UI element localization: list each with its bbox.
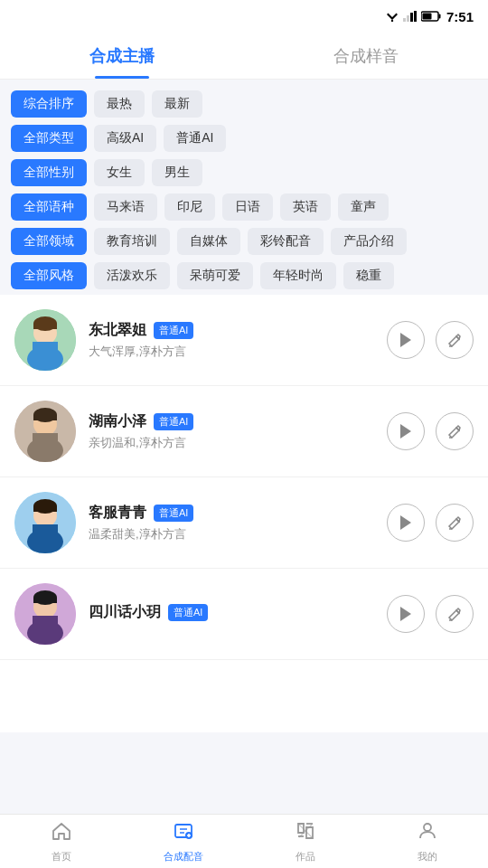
svg-rect-5 (414, 11, 417, 22)
item-name-2: 湖南小泽 (89, 412, 146, 431)
edit-icon-3 (447, 515, 462, 530)
play-button-3[interactable] (387, 504, 425, 542)
item-name-row-2: 湖南小泽 普通AI (89, 412, 374, 431)
filter-gender-all[interactable]: 全部性别 (11, 159, 87, 186)
bottom-nav: 首页 合成配音 作品 (0, 814, 488, 868)
filter-tag-media[interactable]: 自媒体 (177, 228, 240, 255)
svg-rect-3 (407, 15, 409, 22)
nav-item-works[interactable]: 作品 (244, 815, 366, 868)
filter-tag-new[interactable]: 最新 (152, 90, 202, 118)
edit-icon-4 (447, 607, 462, 621)
filter-domain-tags: 教育培训 自媒体 彩铃配音 产品介绍 (94, 228, 407, 255)
filter-tag-male[interactable]: 男生 (152, 159, 202, 186)
svg-point-51 (424, 824, 431, 831)
tab-sample[interactable]: 合成样音 (244, 33, 488, 79)
list-item: 湖南小泽 普通AI 亲切温和,淳朴方言 (0, 386, 488, 477)
item-info-2: 湖南小泽 普通AI 亲切温和,淳朴方言 (89, 412, 374, 451)
list-item: 东北翠姐 普通AI 大气浑厚,淳朴方言 (0, 295, 488, 386)
filter-tag-hot[interactable]: 最热 (94, 90, 145, 118)
filter-row-type: 全部类型 高级AI 普通AI (11, 125, 477, 152)
item-badge-2: 普通AI (154, 413, 193, 430)
edit-button-1[interactable] (436, 321, 474, 359)
svg-rect-36 (33, 616, 58, 630)
play-button-2[interactable] (387, 412, 425, 450)
play-button-4[interactable] (387, 595, 425, 633)
filter-tag-indonesia[interactable]: 印尼 (164, 193, 215, 221)
filter-tag-cute[interactable]: 呆萌可爱 (177, 262, 253, 289)
edit-button-2[interactable] (436, 412, 474, 450)
item-name-3: 客服青青 (89, 504, 146, 523)
nav-item-home[interactable]: 首页 (0, 815, 122, 868)
svg-marker-23 (400, 424, 411, 439)
play-icon-1 (399, 332, 413, 348)
filter-sort-all[interactable]: 综合排序 (11, 90, 87, 118)
play-icon-2 (399, 423, 413, 439)
filter-row-sort: 综合排序 最热 最新 (11, 90, 477, 118)
filter-type-all[interactable]: 全部类型 (11, 125, 87, 152)
svg-rect-38 (33, 598, 57, 603)
filter-tag-steady[interactable]: 稳重 (343, 262, 394, 289)
battery-icon (421, 11, 441, 22)
play-icon-3 (399, 514, 413, 531)
filter-domain-all[interactable]: 全部领域 (11, 228, 87, 255)
list-item: 四川话小玥 普通AI (0, 569, 488, 660)
svg-marker-0 (387, 14, 398, 21)
filter-tag-lively[interactable]: 活泼欢乐 (94, 262, 170, 289)
svg-rect-30 (33, 506, 57, 512)
svg-marker-39 (400, 607, 411, 621)
filter-tag-education[interactable]: 教育培训 (94, 228, 170, 255)
nav-item-mine[interactable]: 我的 (366, 815, 488, 868)
edit-button-4[interactable] (436, 595, 474, 633)
avatar-img-2 (14, 401, 76, 462)
filter-lang-all[interactable]: 全部语种 (11, 193, 87, 221)
tab-anchor[interactable]: 合成主播 (0, 33, 244, 79)
nav-label-mine: 我的 (418, 850, 437, 863)
svg-rect-2 (403, 18, 406, 22)
filter-tag-normal-ai[interactable]: 普通AI (164, 125, 226, 152)
edit-button-3[interactable] (436, 504, 474, 542)
item-actions-2 (387, 412, 474, 450)
filter-tag-malay[interactable]: 马来语 (94, 193, 157, 221)
svg-rect-7 (438, 14, 440, 19)
svg-rect-22 (33, 415, 57, 420)
svg-rect-12 (33, 342, 58, 356)
filter-tag-english[interactable]: 英语 (280, 193, 331, 221)
item-desc-1: 大气浑厚,淳朴方言 (89, 344, 374, 360)
item-name-row-3: 客服青青 普通AI (89, 504, 374, 523)
filter-row-domain: 全部领域 教育培训 自媒体 彩铃配音 产品介绍 (11, 228, 477, 255)
filter-tag-japanese[interactable]: 日语 (222, 193, 273, 221)
filter-sort-tags: 最热 最新 (94, 90, 202, 118)
svg-marker-31 (400, 515, 411, 530)
item-desc-2: 亲切温和,淳朴方言 (89, 435, 374, 451)
item-name-row-4: 四川话小玥 普通AI (89, 603, 374, 622)
item-info-1: 东北翠姐 普通AI 大气浑厚,淳朴方言 (89, 321, 374, 360)
filter-lang-tags: 马来语 印尼 日语 英语 童声 (94, 193, 389, 221)
filter-tag-female[interactable]: 女生 (94, 159, 145, 186)
filter-style-tags: 活泼欢乐 呆萌可爱 年轻时尚 稳重 (94, 262, 394, 289)
svg-rect-20 (33, 433, 58, 448)
mine-icon (417, 820, 438, 847)
edit-icon-1 (447, 333, 462, 347)
signal-icon (403, 11, 418, 22)
compose-icon (173, 820, 194, 847)
filter-tag-ringtone[interactable]: 彩铃配音 (248, 228, 324, 255)
item-info-4: 四川话小玥 普通AI (89, 603, 374, 626)
avatar-hunan (14, 401, 76, 462)
play-button-1[interactable] (387, 321, 425, 359)
nav-label-home: 首页 (52, 850, 71, 863)
filter-tag-kids[interactable]: 童声 (338, 193, 389, 221)
avatar-img-4 (14, 583, 76, 645)
item-badge-1: 普通AI (154, 322, 193, 339)
top-tabs: 合成主播 合成样音 (0, 33, 488, 80)
filter-tag-product[interactable]: 产品介绍 (331, 228, 407, 255)
item-badge-4: 普通AI (168, 604, 208, 621)
filter-tag-trendy[interactable]: 年轻时尚 (260, 262, 336, 289)
filter-row-lang: 全部语种 马来语 印尼 日语 英语 童声 (11, 193, 477, 221)
filter-style-all[interactable]: 全部风格 (11, 262, 87, 289)
filter-type-tags: 高级AI 普通AI (94, 125, 226, 152)
item-actions-1 (387, 321, 474, 359)
filter-section: 综合排序 最热 最新 全部类型 高级AI 普通AI 全部性别 女生 男生 全部语… (0, 80, 488, 295)
item-actions-4 (387, 595, 474, 633)
nav-item-compose[interactable]: 合成配音 (122, 815, 244, 868)
filter-tag-advanced-ai[interactable]: 高级AI (94, 125, 156, 152)
